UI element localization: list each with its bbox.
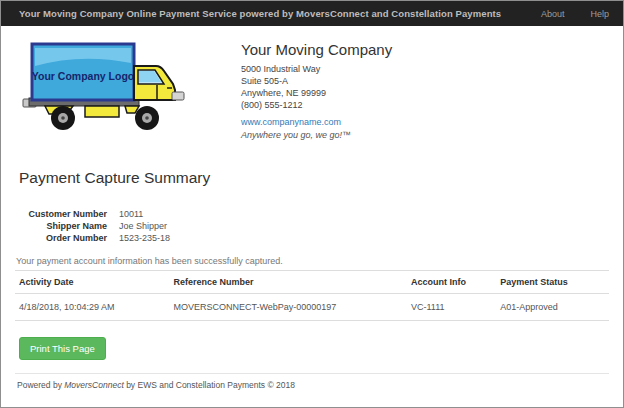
footer-brand: MoversConnect: [64, 380, 124, 390]
svg-text:Your Company Logo: Your Company Logo: [32, 70, 134, 82]
order-number-value: 1523-235-18: [119, 232, 170, 244]
main-content: Your Company Logo: [1, 39, 623, 390]
customer-number-value: 10011: [119, 208, 143, 220]
company-phone: (800) 555-1212: [241, 99, 392, 111]
company-address-line2: Suite 505-A: [241, 75, 392, 87]
cell-account-info: VC-1111: [407, 294, 496, 321]
cell-reference-number: MOVERSCONNECT-WebPay-00000197: [169, 294, 407, 321]
detail-row-customer-number: Customer Number 10011: [15, 208, 609, 220]
header-reference-number: Reference Number: [169, 271, 407, 294]
footer-divider: [15, 373, 609, 374]
header-payment-status: Payment Status: [496, 271, 609, 294]
order-number-label: Order Number: [15, 232, 107, 244]
footer-suffix: by EWS and Constellation Payments © 2018: [124, 380, 295, 390]
about-link[interactable]: About: [541, 9, 565, 19]
page-title: Payment Capture Summary: [19, 169, 609, 187]
company-address-line3: Anywhere, NE 99999: [241, 87, 392, 99]
truck-logo-icon: Your Company Logo: [21, 39, 193, 139]
navbar-links: About Help: [541, 9, 609, 19]
company-logo: Your Company Logo: [21, 39, 193, 143]
company-name: Your Moving Company: [241, 41, 392, 58]
capture-status-message: Your payment account information has bee…: [16, 256, 609, 266]
company-info: Your Moving Company 5000 Industrial Way …: [241, 39, 392, 141]
company-address-line1: 5000 Industrial Way: [241, 63, 392, 75]
payment-capture-page: { "navbar": { "brand": "Your Moving Comp…: [0, 0, 624, 408]
table-header-row: Activity Date Reference Number Account I…: [15, 271, 609, 294]
navbar-brand: Your Moving Company Online Payment Servi…: [19, 8, 501, 19]
cell-payment-status: A01-Approved: [496, 294, 609, 321]
footer-text: Powered by MoversConnect by EWS and Cons…: [17, 380, 609, 390]
help-link[interactable]: Help: [590, 9, 609, 19]
company-header: Your Company Logo: [15, 39, 609, 143]
shipper-name-value: Joe Shipper: [119, 220, 167, 232]
customer-details: Customer Number 10011 Shipper Name Joe S…: [15, 208, 609, 244]
company-tagline: Anywhere you go, we go!™: [241, 129, 392, 141]
top-navbar: Your Moving Company Online Payment Servi…: [1, 1, 623, 26]
print-page-button[interactable]: Print This Page: [19, 337, 106, 360]
detail-row-shipper-name: Shipper Name Joe Shipper: [15, 220, 609, 232]
header-account-info: Account Info: [407, 271, 496, 294]
header-activity-date: Activity Date: [15, 271, 169, 294]
cell-activity-date: 4/18/2018, 10:04:29 AM: [15, 294, 169, 321]
table-row: 4/18/2018, 10:04:29 AM MOVERSCONNECT-Web…: [15, 294, 609, 321]
company-website-link[interactable]: www.companyname.com: [241, 116, 341, 128]
footer-prefix: Powered by: [17, 380, 64, 390]
customer-number-label: Customer Number: [15, 208, 107, 220]
shipper-name-label: Shipper Name: [15, 220, 107, 232]
detail-row-order-number: Order Number 1523-235-18: [15, 232, 609, 244]
activity-table: Activity Date Reference Number Account I…: [15, 270, 609, 321]
